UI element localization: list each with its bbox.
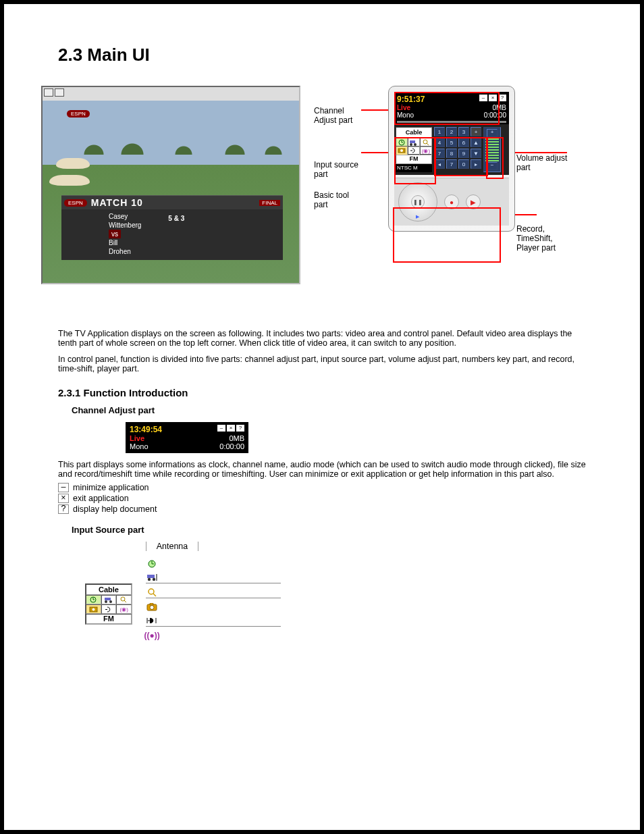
fig-lcd-time: 13:49:54 <box>130 425 162 434</box>
fig-lcd-size: 0MB <box>229 434 244 442</box>
svg-line-13 <box>124 600 126 602</box>
key-1[interactable]: 1 <box>434 127 445 136</box>
svg-point-25 <box>150 606 154 610</box>
help-icon: ? <box>58 504 69 514</box>
vs-label: vs <box>109 230 121 238</box>
svg-point-18 <box>147 578 150 581</box>
lcd-audio[interactable]: Mono <box>397 111 414 119</box>
volume-down-button[interactable]: − <box>487 162 498 170</box>
intro-paragraph-2: In control panel, function is divided in… <box>58 355 586 373</box>
antenna-button[interactable]: Antenna <box>146 542 198 551</box>
legend-snapshot-icon <box>146 602 158 612</box>
fig-schedule-icon[interactable] <box>86 595 101 604</box>
function-intro-heading: 2.3.1 Function Introduction <box>58 387 613 398</box>
svg-rect-17 <box>147 575 155 578</box>
key-up[interactable]: ▲ <box>471 138 481 147</box>
key-3[interactable]: 3 <box>458 127 469 136</box>
close-button[interactable]: × <box>489 95 497 101</box>
fig-lcd-status: Live <box>130 434 144 442</box>
callout-volume: Volume adjust part <box>516 153 567 172</box>
lcd-panel: 9:51:37 – × ? Live0MB Mono0:00:00 <box>394 92 509 124</box>
fig-snapshot-icon[interactable] <box>86 604 101 614</box>
svg-point-11 <box>109 600 112 603</box>
svg-rect-24 <box>150 603 153 605</box>
snapshot-icon[interactable] <box>396 146 408 155</box>
close-icon: × <box>58 494 69 503</box>
fig-lcd-audio[interactable]: Mono <box>130 442 149 450</box>
key-7[interactable]: 7 <box>434 149 445 158</box>
minimize-button[interactable]: – <box>479 95 487 101</box>
channel-display: 7 <box>446 159 457 169</box>
key-2[interactable]: 2 <box>446 127 457 136</box>
key-down[interactable]: ▼ <box>471 149 481 158</box>
number-keypad: 1 2 3 + 4 5 6 ▲ 7 8 9 ▼ ◂ 7 0 <box>434 127 481 172</box>
help-button[interactable]: ? <box>498 95 506 101</box>
source-block-figure: Cable (◉) FM <box>85 542 132 625</box>
fig-cable-button[interactable]: Cable <box>86 584 132 595</box>
dpad[interactable]: ❚❚ ▶ <box>398 182 437 221</box>
help-desc: display help document <box>73 504 157 514</box>
play-indicator-icon: ▶ <box>416 214 419 219</box>
callout-input-source: Input source part <box>314 160 358 179</box>
key-9[interactable]: 9 <box>458 149 469 158</box>
legend-video-desktop-icon <box>146 616 158 625</box>
fig-autoscan-icon[interactable] <box>101 595 117 604</box>
svg-line-5 <box>427 143 429 145</box>
svg-rect-9 <box>105 598 111 600</box>
svg-line-22 <box>153 594 156 596</box>
fm-radio-icon[interactable]: (◉) <box>420 146 432 155</box>
ntsc-label: NTSC M <box>396 164 432 172</box>
fig-minimize-button[interactable]: – <box>217 425 225 432</box>
key-fwd[interactable]: ▸ <box>471 159 481 169</box>
video-desktop-icon[interactable] <box>408 146 420 155</box>
record-button[interactable]: ● <box>444 194 459 209</box>
fig-video-desktop-icon[interactable] <box>101 604 117 614</box>
legend-zoom-icon <box>146 588 158 597</box>
intro-paragraph-1: The TV Application displays on the scree… <box>58 329 586 348</box>
callout-record: Record, TimeShift, Player part <box>516 224 556 253</box>
player-panel: ❚❚ ▶ ● ▶ <box>394 178 509 226</box>
min-desc: minimize application <box>73 483 149 492</box>
lcd-button-help-list: –minimize application ×exit application … <box>58 483 586 514</box>
network-bug-small: ESPN <box>64 199 87 207</box>
lcd-status: Live <box>397 104 410 111</box>
cable-button[interactable]: Cable <box>396 127 432 138</box>
fm-button[interactable]: FM <box>396 154 432 164</box>
fig-lcd-elapsed: 0:00:00 <box>219 442 244 450</box>
svg-rect-1 <box>410 140 415 143</box>
key-back[interactable]: ◂ <box>434 159 445 169</box>
key-4[interactable]: 4 <box>434 138 445 147</box>
key-0[interactable]: 0 <box>458 159 469 169</box>
video-frame-image: ESPN ESPN MATCH 10 FINAL Casey Wittenber… <box>43 101 299 283</box>
legend-fm-radio-icon: ((●)) <box>146 631 158 640</box>
fig-fm-radio-icon[interactable]: (◉) <box>116 604 132 614</box>
titlebar-minimize-icon[interactable] <box>44 88 53 97</box>
minimize-icon: – <box>58 483 69 492</box>
lcd-elapsed: 0:00:00 <box>484 111 506 119</box>
titlebar-maximize-icon[interactable] <box>55 88 64 97</box>
svg-point-15 <box>92 608 95 610</box>
svg-point-19 <box>152 578 155 581</box>
pause-button[interactable]: ❚❚ <box>411 195 425 209</box>
key-5[interactable]: 5 <box>446 138 457 147</box>
fig-fm-button[interactable]: FM <box>86 614 132 624</box>
channel-adj-heading: Channel Adjust part <box>72 405 613 415</box>
exit-desc: exit application <box>73 494 129 503</box>
play-button[interactable]: ▶ <box>466 194 481 209</box>
svg-point-21 <box>149 589 154 594</box>
volume-up-button[interactable]: + <box>487 129 498 137</box>
callout-basic-tool: Basic tool part <box>314 190 349 209</box>
progress-bar <box>397 121 506 123</box>
video-preview-window: ESPN ESPN MATCH 10 FINAL Casey Wittenber… <box>41 86 300 284</box>
legend-autoscan-icon <box>146 573 158 582</box>
fig-close-button[interactable]: × <box>227 425 235 432</box>
key-6[interactable]: 6 <box>458 138 469 147</box>
fig-zoom-icon[interactable] <box>116 595 132 604</box>
key-8[interactable]: 8 <box>446 149 457 158</box>
score-value: 5 & 3 <box>168 212 184 256</box>
fig-help-button[interactable]: ? <box>236 425 244 432</box>
key-plus[interactable]: + <box>471 127 481 136</box>
section-heading: 2.3 Main UI <box>58 45 613 66</box>
callout-channel-adjust: Channel Adjust part <box>314 106 352 125</box>
final-tag: FINAL <box>259 200 280 206</box>
